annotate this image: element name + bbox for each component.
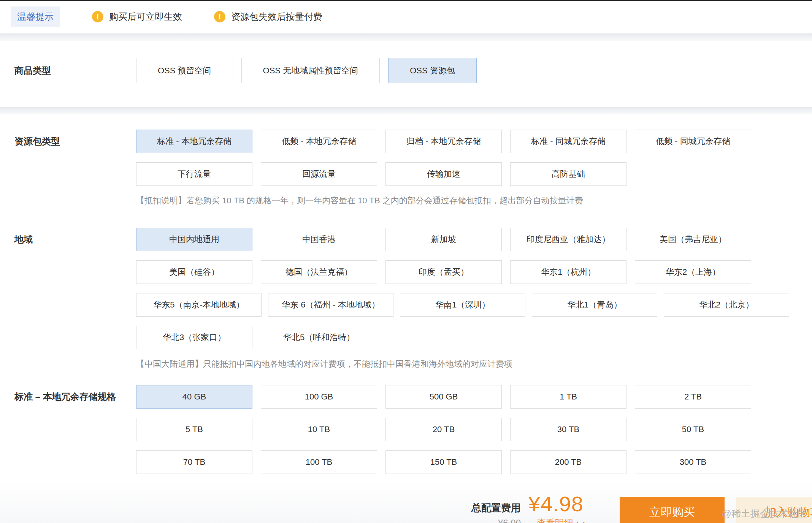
spec-options: 40 GB100 GB500 GB1 TB2 TB5 TB10 TB20 TB3…: [136, 385, 812, 474]
package-type-option[interactable]: 低频 - 同城冗余存储: [635, 130, 751, 153]
region-option[interactable]: 华东1（杭州）: [510, 260, 626, 284]
package-type-option[interactable]: 高防基础: [510, 162, 626, 186]
region-option[interactable]: 华东 6（福州 - 本地地域）: [268, 293, 393, 317]
spec-row: 70 TB100 TB150 TB200 TB300 TB: [136, 450, 812, 474]
region-option[interactable]: 美国（弗吉尼亚）: [635, 228, 751, 251]
original-price: ¥6.00: [498, 518, 521, 523]
spec-option[interactable]: 150 TB: [385, 450, 502, 474]
region-option[interactable]: 德国（法兰克福）: [261, 260, 377, 284]
package-type-row: 下行流量回源流量传输加速高防基础: [136, 162, 812, 186]
package-type-option[interactable]: 归档 - 本地冗余存储: [385, 130, 502, 153]
region-option[interactable]: 华北2（北京）: [664, 293, 789, 317]
product-type-option[interactable]: OSS 资源包: [388, 58, 477, 83]
region-section: 地域 中国内地通用中国香港新加坡印度尼西亚（雅加达）美国（弗吉尼亚）美国（硅谷）…: [0, 228, 812, 370]
spec-option[interactable]: 100 TB: [261, 450, 377, 474]
spec-label: 标准 – 本地冗余存储规格: [0, 385, 136, 409]
view-details-link[interactable]: 查看明细: [537, 517, 584, 523]
warning-icon: !: [92, 11, 103, 22]
product-type-row: OSS 预留空间OSS 无地域属性预留空间OSS 资源包: [136, 58, 812, 83]
tip-item-billing: ! 资源包失效后按量付费: [214, 11, 322, 23]
tip-text: 购买后可立即生效: [109, 11, 182, 23]
spec-option[interactable]: 1 TB: [510, 385, 626, 409]
package-type-row: 标准 - 本地冗余存储低频 - 本地冗余存储归档 - 本地冗余存储标准 - 同城…: [136, 130, 812, 153]
chevron-down-icon: [577, 518, 585, 523]
spec-option[interactable]: 70 TB: [136, 450, 252, 474]
oss-package-purchase-page: 温馨提示 ! 购买后可立即生效 ! 资源包失效后按量付费 商品类型 OSS 预留…: [0, 0, 812, 523]
region-row: 华北3（张家口）华北5（呼和浩特）: [136, 326, 812, 349]
product-type-section: 商品类型 OSS 预留空间OSS 无地域属性预留空间OSS 资源包: [0, 41, 812, 107]
region-options: 中国内地通用中国香港新加坡印度尼西亚（雅加达）美国（弗吉尼亚）美国（硅谷）德国（…: [136, 228, 812, 349]
region-note: 【中国大陆通用】只能抵扣中国内地各地域的对应计费项，不能抵扣中国香港和海外地域的…: [136, 358, 812, 370]
tip-text: 资源包失效后按量付费: [231, 11, 322, 23]
package-type-option[interactable]: 传输加速: [385, 162, 502, 186]
spec-option[interactable]: 5 TB: [136, 418, 252, 441]
spec-section: 标准 – 本地冗余存储规格 40 GB100 GB500 GB1 TB2 TB5…: [0, 385, 812, 474]
package-type-option[interactable]: 下行流量: [136, 162, 252, 186]
region-option[interactable]: 中国内地通用: [136, 228, 252, 251]
spec-option[interactable]: 40 GB: [136, 385, 252, 409]
region-option[interactable]: 中国香港: [261, 228, 377, 251]
spec-option[interactable]: 500 GB: [385, 385, 502, 409]
package-type-section: 资源包类型 标准 - 本地冗余存储低频 - 本地冗余存储归档 - 本地冗余存储标…: [0, 130, 812, 206]
spec-option[interactable]: 200 TB: [510, 450, 626, 474]
region-option[interactable]: 华北3（张家口）: [136, 326, 252, 349]
region-row: 中国内地通用中国香港新加坡印度尼西亚（雅加达）美国（弗吉尼亚）: [136, 228, 812, 251]
tips-badge: 温馨提示: [11, 6, 60, 27]
product-type-label: 商品类型: [0, 58, 136, 83]
view-details-text: 查看明细: [537, 517, 573, 523]
region-row: 美国（硅谷）德国（法兰克福）印度（孟买）华东1（杭州）华东2（上海）: [136, 260, 812, 284]
price-block: 总配置费用 ¥4.98 ¥6.00 查看明细: [471, 491, 584, 523]
region-label: 地域: [0, 228, 136, 251]
region-option[interactable]: 华南1（深圳）: [400, 293, 525, 317]
section-divider: [0, 33, 812, 41]
spec-option[interactable]: 20 TB: [385, 418, 502, 441]
region-option[interactable]: 华东2（上海）: [635, 260, 751, 284]
watermark: @稀土掘金技术社区: [722, 507, 807, 520]
package-type-options: 标准 - 本地冗余存储低频 - 本地冗余存储归档 - 本地冗余存储标准 - 同城…: [136, 130, 812, 186]
region-option[interactable]: 印度（孟买）: [385, 260, 502, 284]
spec-row: 5 TB10 TB20 TB30 TB50 TB: [136, 418, 812, 441]
region-row: 华东5（南京-本地地域）华东 6（福州 - 本地地域）华南1（深圳）华北1（青岛…: [136, 293, 812, 317]
product-type-option[interactable]: OSS 无地域属性预留空间: [241, 58, 380, 83]
spec-option[interactable]: 50 TB: [635, 418, 751, 441]
region-option[interactable]: 美国（硅谷）: [136, 260, 252, 284]
package-type-option[interactable]: 回源流量: [261, 162, 377, 186]
spec-option[interactable]: 100 GB: [261, 385, 377, 409]
warning-icon: !: [214, 11, 225, 22]
product-type-option[interactable]: OSS 预留空间: [136, 58, 233, 83]
region-option[interactable]: 华北5（呼和浩特）: [261, 326, 377, 349]
package-type-option[interactable]: 标准 - 同城冗余存储: [510, 130, 626, 153]
package-type-option[interactable]: 低频 - 本地冗余存储: [261, 130, 377, 153]
total-price: ¥4.98: [528, 491, 584, 516]
region-option[interactable]: 印度尼西亚（雅加达）: [510, 228, 626, 251]
package-type-label: 资源包类型: [0, 130, 136, 153]
spec-option[interactable]: 10 TB: [261, 418, 377, 441]
buy-now-button[interactable]: 立即购买: [620, 497, 725, 523]
tips-bar: 温馨提示 ! 购买后可立即生效 ! 资源包失效后按量付费: [0, 1, 812, 33]
region-option[interactable]: 新加坡: [385, 228, 502, 251]
spec-option[interactable]: 300 TB: [635, 450, 751, 474]
product-type-options: OSS 预留空间OSS 无地域属性预留空间OSS 资源包: [136, 58, 812, 83]
total-cost-label: 总配置费用: [471, 501, 521, 515]
section-divider: [0, 107, 812, 114]
spec-option[interactable]: 30 TB: [510, 418, 626, 441]
package-type-option[interactable]: 标准 - 本地冗余存储: [136, 130, 252, 153]
package-type-note: 【抵扣说明】若您购买 10 TB 的规格一年，则一年内容量在 10 TB 之内的…: [136, 195, 812, 206]
region-option[interactable]: 华东5（南京-本地地域）: [136, 293, 262, 317]
region-option[interactable]: 华北1（青岛）: [532, 293, 657, 317]
tip-item-effect: ! 购买后可立即生效: [92, 11, 182, 23]
spec-option[interactable]: 2 TB: [635, 385, 751, 409]
spec-row: 40 GB100 GB500 GB1 TB2 TB: [136, 385, 812, 409]
footer-bar: 总配置费用 ¥4.98 ¥6.00 查看明细 立即购买 加入购物车: [0, 482, 812, 523]
